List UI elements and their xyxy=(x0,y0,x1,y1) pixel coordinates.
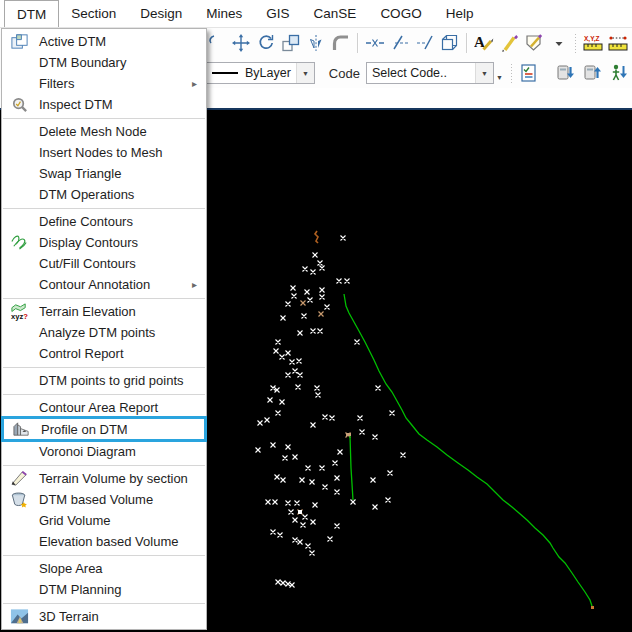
extend-icon xyxy=(415,33,435,53)
survey-transfer-icon xyxy=(609,63,629,83)
display-contours-icon xyxy=(5,233,33,252)
inspect-dtm-icon xyxy=(5,95,33,114)
menu-item-swap-triangle[interactable]: Swap Triangle xyxy=(2,163,206,184)
menu-item-slope-area[interactable]: Slope Area xyxy=(2,558,206,579)
menu-item-dtm-based-volume[interactable]: DTM based Volume xyxy=(2,489,206,510)
menu-item-active-dtm[interactable]: Active DTM xyxy=(2,31,206,52)
menu-item-label: Define Contours xyxy=(39,214,133,229)
menu-separator xyxy=(3,208,205,209)
menu-item-grid-volume[interactable]: Grid Volume xyxy=(2,510,206,531)
move-icon xyxy=(231,33,251,53)
menubar-item-dtm[interactable]: DTM xyxy=(4,0,59,27)
menu-item-dtm-planning[interactable]: DTM Planning xyxy=(2,579,206,600)
menu-item-terrain-elevation[interactable]: xyz?Terrain Elevation xyxy=(2,301,206,322)
toolbar-button-style-edit[interactable] xyxy=(521,31,546,56)
menu-item-label: Contour Area Report xyxy=(39,400,158,415)
export-codes-icon xyxy=(582,63,602,83)
menu-item-analyze-dtm-points[interactable]: Analyze DTM points xyxy=(2,322,206,343)
svg-text:X,Y,Z: X,Y,Z xyxy=(584,35,600,43)
menu-item-cut-fill-contours[interactable]: Cut/Fill Contours xyxy=(2,253,206,274)
menu-separator xyxy=(3,394,205,395)
application-window: DTMSectionDesignMinesGISCanSECOGOHelp AX… xyxy=(0,0,632,632)
linetype-dropdown-button[interactable]: ▼ xyxy=(296,63,314,83)
toolbar-button-trim[interactable] xyxy=(387,31,412,56)
menu-item-profile-on-dtm[interactable]: Profile on DTM xyxy=(1,416,207,442)
toolbar-button-view-3d[interactable] xyxy=(437,31,462,56)
rotate-icon xyxy=(256,33,276,53)
toolbar-button-text-edit[interactable]: A xyxy=(471,31,496,56)
toolbar-button-extend[interactable] xyxy=(412,31,437,56)
menu-item-display-contours[interactable]: Display Contours xyxy=(2,232,206,253)
menubar: DTMSectionDesignMinesGISCanSECOGOHelp xyxy=(0,0,632,28)
menu-item-label: 3D Terrain xyxy=(39,609,99,624)
toolbar-button-code-settings[interactable] xyxy=(516,61,541,86)
linetype-value: ByLayer xyxy=(240,66,296,80)
menu-item-contour-annotation[interactable]: Contour Annotation▸ xyxy=(2,274,206,295)
menu-separator xyxy=(3,555,205,556)
menu-item-contour-area-report[interactable]: Contour Area Report xyxy=(2,397,206,418)
terrain-elevation-icon: xyz? xyxy=(5,302,33,321)
svg-text:xyz?: xyz? xyxy=(10,312,27,321)
menu-item-label: DTM Boundary xyxy=(39,55,126,70)
toolbar2-icons: crv xyxy=(516,61,632,86)
menu-item-dtm-operations[interactable]: DTM Operations xyxy=(2,184,206,205)
toolbar-button-dropdown-arrow[interactable] xyxy=(546,31,571,56)
toolbar-button-break-point[interactable] xyxy=(362,31,387,56)
menu-item-elevation-based-volume[interactable]: Elevation based Volume xyxy=(2,531,206,552)
toolbar-grip xyxy=(507,61,516,85)
toolbar-button-move[interactable] xyxy=(228,31,253,56)
menu-item-label: Profile on DTM xyxy=(41,422,128,437)
menu-item-define-contours[interactable]: Define Contours xyxy=(2,211,206,232)
toolbar-button-rotate[interactable] xyxy=(253,31,278,56)
menu-item-dtm-boundary[interactable]: DTM Boundary xyxy=(2,52,206,73)
select-code-value: Select Code.. xyxy=(367,66,475,80)
code-extra-dropdown-button[interactable]: ▼ xyxy=(496,74,503,81)
view-3d-icon xyxy=(440,33,460,53)
menubar-item-section[interactable]: Section xyxy=(59,0,128,27)
menu-item-insert-nodes-to-mesh[interactable]: Insert Nodes to Mesh xyxy=(2,142,206,163)
fillet-icon xyxy=(331,33,351,53)
menubar-item-help[interactable]: Help xyxy=(434,0,486,27)
active-dtm-icon xyxy=(5,32,33,51)
menu-item-3d-terrain[interactable]: 3D Terrain xyxy=(2,606,206,627)
menu-item-filters[interactable]: Filters▸ xyxy=(2,73,206,94)
menu-item-inspect-dtm[interactable]: Inspect DTM xyxy=(2,94,206,115)
toolbar-button-pencil-edit[interactable] xyxy=(496,31,521,56)
dropdown-arrow-icon xyxy=(549,33,569,53)
modify-icon xyxy=(206,33,226,53)
menubar-item-design[interactable]: Design xyxy=(128,0,194,27)
toolbar-button-import-codes[interactable] xyxy=(553,61,578,86)
menubar-item-gis[interactable]: GIS xyxy=(254,0,301,27)
toolbar-button-survey-transfer[interactable] xyxy=(607,61,632,86)
toolbar-button-export-codes[interactable] xyxy=(580,61,605,86)
menu-separator xyxy=(3,367,205,368)
import-codes-icon xyxy=(555,63,575,83)
scale-icon xyxy=(281,33,301,53)
menu-item-delete-mesh-node[interactable]: Delete Mesh Node xyxy=(2,121,206,142)
toolbar-button-ruler-xyz[interactable]: X,Y,Z xyxy=(580,31,605,56)
menu-item-control-report[interactable]: Control Report xyxy=(2,343,206,364)
menu-item-label: Contour Annotation xyxy=(39,277,150,292)
menu-item-label: Display Contours xyxy=(39,235,138,250)
toolbar-button-mirror[interactable] xyxy=(303,31,328,56)
volume-section-icon xyxy=(5,469,33,488)
submenu-arrow-icon: ▸ xyxy=(192,78,197,89)
menu-item-label: DTM based Volume xyxy=(39,492,153,507)
pencil-edit-icon xyxy=(499,33,519,53)
select-code-dropdown-button[interactable]: ▼ xyxy=(475,63,493,83)
code-label: Code xyxy=(329,66,360,81)
menu-item-terrain-volume-by-section[interactable]: Terrain Volume by section xyxy=(2,468,206,489)
toolbar-button-ruler-dim[interactable] xyxy=(605,31,630,56)
toolbar-button-scale[interactable] xyxy=(278,31,303,56)
terrain-polyline xyxy=(344,294,592,606)
menubar-item-mines[interactable]: Mines xyxy=(194,0,254,27)
menu-item-label: Inspect DTM xyxy=(39,97,113,112)
menu-item-voronoi-diagram[interactable]: Voronoi Diagram xyxy=(2,441,206,462)
menu-item-dtm-points-to-grid-points[interactable]: DTM points to grid points xyxy=(2,370,206,391)
linetype-combobox[interactable]: ByLayer ▼ xyxy=(205,62,315,84)
select-code-combobox[interactable]: Select Code.. ▼ xyxy=(366,62,494,84)
menubar-item-canse[interactable]: CanSE xyxy=(302,0,369,27)
dtm-volume-icon xyxy=(5,490,33,509)
toolbar-button-fillet[interactable] xyxy=(328,31,353,56)
menubar-item-cogo[interactable]: COGO xyxy=(368,0,433,27)
